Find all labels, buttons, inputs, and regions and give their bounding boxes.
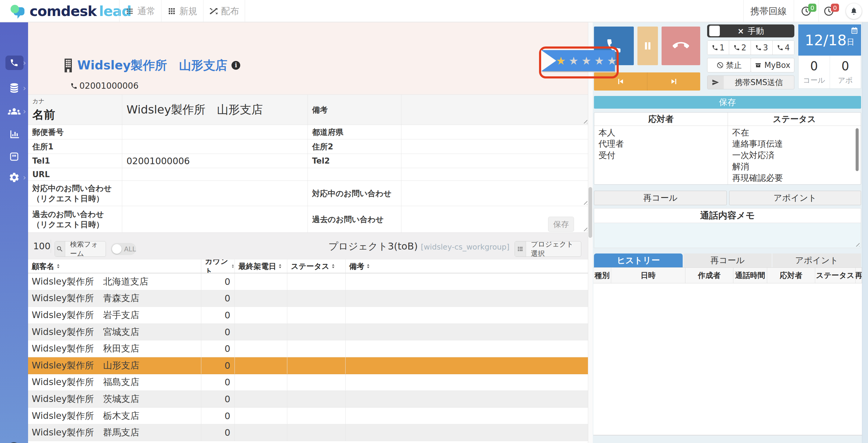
rating-banner[interactable]: ★★★★★ [541,50,615,71]
star-icon[interactable]: ★ [594,55,604,67]
tab-再コール[interactable]: 再コール [683,253,772,267]
table-row[interactable]: Widsley製作所 群馬支店0 [28,424,589,441]
right-scrollbar[interactable] [862,22,868,443]
form-value-field[interactable] [401,154,589,168]
count-cell: 0 [201,374,235,391]
line-button-2[interactable]: 2 [729,41,751,55]
status-option[interactable]: 不在 [732,127,847,138]
notifications-button[interactable] [846,3,862,19]
form-label: 対応中のお問い合わせ [308,181,401,206]
menu-item-new[interactable]: 新規 [161,0,203,22]
history-column-header: 再 [856,268,862,283]
tab-アポイント[interactable]: アポイント [772,253,861,267]
table-row[interactable]: Widsley製作所 栃木支店0 [28,408,589,424]
form-value-field[interactable]: Widsley製作所 山形支店 [122,95,308,125]
resize-handle[interactable] [583,226,587,231]
form-value-field[interactable]: 02001000006 [122,154,308,168]
star-icon[interactable]: ★ [556,55,566,67]
form-value-field[interactable] [122,181,308,206]
table-row[interactable]: Widsley製作所 北海道支店0 [28,274,589,290]
resize-handle[interactable] [583,119,587,123]
table-row[interactable]: Widsley製作所 宮城支店0 [28,324,589,341]
company-name-link[interactable]: Widsley製作所 山形支店 [77,57,227,74]
form-value-field[interactable] [122,125,308,139]
table-row[interactable]: Widsley製作所 青森支店0 [28,290,589,307]
ban-button[interactable]: 禁止 [707,58,751,72]
column-header[interactable]: 最終架電日 [235,259,287,273]
pause-button[interactable] [638,27,658,65]
star-icon[interactable]: ★ [582,55,591,67]
tab-ヒストリー[interactable]: ヒストリー [594,253,683,267]
status-cell [287,324,346,340]
hangup-button[interactable] [661,27,700,65]
manual-mode-toggle[interactable]: × 手動 [707,25,794,37]
recall-button[interactable]: 再コール [594,191,727,205]
table-row[interactable]: Widsley製作所 岩手支店0 [28,307,589,324]
form-value-field[interactable] [401,181,589,206]
respondent-option[interactable]: 本人 [598,127,725,138]
status-option[interactable]: 連絡事項伝達 [732,138,847,150]
star-icon[interactable]: ★ [569,55,579,67]
call-save-button[interactable]: 保存 [594,96,861,108]
form-value-field[interactable] [401,139,589,154]
resize-handle[interactable] [855,242,860,247]
table-row[interactable]: Widsley製作所 秋田支店0 [28,340,589,357]
column-header[interactable]: ステータス [287,259,346,273]
line-button-1[interactable]: 1 [707,41,729,55]
mybox-button[interactable]: MyBox [751,58,794,72]
table-row[interactable]: Widsley製作所 福島支店0 [28,374,589,391]
sidebar-item-card[interactable] [0,149,28,164]
count-cell: 0 [201,357,235,374]
count-cell: 0 [201,274,235,290]
info-icon[interactable]: i [231,61,240,70]
form-value-field[interactable] [122,206,308,233]
topbar-menu: 通常新規配布 [119,0,245,22]
menu-label: 新規 [179,5,197,18]
calendar-icon[interactable] [850,27,858,34]
resize-handle[interactable] [583,200,587,204]
form-value-field[interactable] [122,139,308,154]
table-row-selected[interactable]: Widsley製作所 山形支店0 [28,357,589,374]
count-cell: 0 [201,424,235,441]
user-circle-icon[interactable] [6,441,22,443]
project-select-button[interactable]: プロジェクト選択 [515,241,581,257]
lead-header: Widsley製作所 山形支店 i 02001000006 プロジェクト3(to… [28,22,589,94]
respondent-option[interactable]: 代理者 [598,138,725,150]
star-icon[interactable]: ★ [607,55,617,67]
line-number: 2 [741,43,746,52]
status-option[interactable]: 解消 [732,161,847,172]
divider [794,0,794,22]
form-value-field[interactable] [401,168,589,181]
column-header[interactable]: カウント [201,259,235,273]
scrollbar-thumb[interactable] [856,128,859,171]
form-value-field[interactable] [401,95,589,125]
line-button-4[interactable]: 4 [773,41,794,55]
column-header[interactable]: 顧客名 [28,259,201,273]
respondent-option[interactable]: 受付 [598,150,725,161]
form-value-field[interactable] [401,125,589,139]
customer-name-cell: Widsley製作所 青森支店 [28,290,201,307]
status-option[interactable]: 再現確認必要 [732,172,847,184]
skip-forward-button[interactable] [647,72,700,91]
note-cell [346,340,589,357]
table-row[interactable]: Widsley製作所 茨城支店0 [28,391,589,408]
sms-send-button[interactable]: 携帯SMS送信 [707,75,794,89]
sidebar-item-chart[interactable] [0,127,28,141]
column-header[interactable]: 備考 [346,259,589,273]
customer-name-cell: Widsley製作所 群馬支店 [28,424,201,441]
form-save-button[interactable]: 保存 [548,217,574,232]
comdesk-logo-icon[interactable] [9,3,25,19]
form-value-field[interactable] [122,168,308,181]
scrollbar-thumb[interactable] [589,187,592,238]
note-cell [346,424,589,441]
status-option[interactable]: 一次対応済 [732,150,847,161]
appointment-button[interactable]: アポイント [729,191,861,205]
menu-item-normal[interactable]: 通常 [119,0,161,22]
menu-item-distribute[interactable]: 配布 [203,0,245,22]
last-call-cell [235,290,287,307]
memo-textarea[interactable] [594,223,861,248]
line-button-3[interactable]: 3 [751,41,773,55]
brand-name[interactable]: comdesk lead [30,0,131,22]
line-number: 4 [785,43,790,52]
star-rating[interactable]: ★★★★★ [558,50,615,71]
